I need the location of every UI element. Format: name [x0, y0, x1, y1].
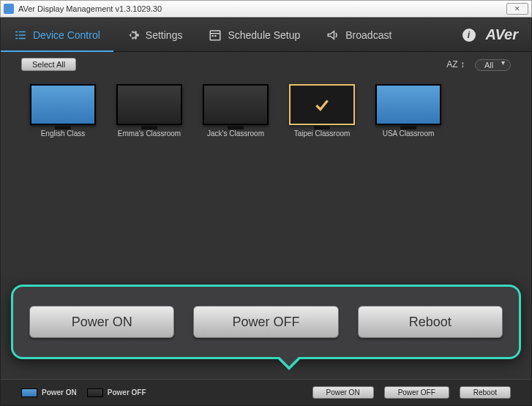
- device-grid: English ClassEmma's ClassroomJack's Clas…: [1, 71, 531, 151]
- svg-rect-9: [215, 35, 217, 37]
- device-label: Emma's Classroom: [118, 129, 181, 138]
- brand-logo: AVer: [486, 26, 518, 43]
- footer: Power ON Power OFF Power ON Power OFF Re…: [1, 379, 531, 405]
- reboot-button[interactable]: Reboot: [460, 386, 511, 399]
- nav-label: Device Control: [33, 29, 100, 41]
- device-tile[interactable]: Taipei Classroom: [289, 84, 355, 138]
- sort-az-icon[interactable]: AZ ↕: [446, 59, 465, 69]
- legend-power-on: Power ON: [21, 388, 77, 397]
- device-tile[interactable]: Jack's Classroom: [203, 84, 269, 138]
- nav-label: Broadcast: [345, 29, 391, 41]
- nav-broadcast[interactable]: Broadcast: [313, 18, 405, 51]
- power-on-big-button[interactable]: Power ON: [29, 306, 174, 338]
- svg-rect-5: [19, 37, 26, 39]
- top-nav: Device Control Settings Schedule Setup B…: [1, 18, 531, 52]
- monitor-icon: [30, 84, 96, 125]
- device-tile[interactable]: USA Classroom: [375, 84, 441, 138]
- toolbar: Select All AZ ↕ All: [1, 52, 531, 71]
- callout-panel: Power ON Power OFF Reboot: [11, 285, 521, 359]
- svg-rect-8: [212, 35, 214, 37]
- swatch-off-icon: [87, 388, 103, 397]
- reboot-big-button[interactable]: Reboot: [358, 306, 503, 338]
- info-icon[interactable]: i: [462, 29, 476, 42]
- device-label: USA Classroom: [383, 129, 435, 138]
- legend-power-off: Power OFF: [87, 388, 146, 397]
- svg-rect-0: [15, 31, 18, 32]
- window-titlebar: AVer Display Management v1.3.1029.30 ✕: [0, 0, 532, 18]
- select-all-button[interactable]: Select All: [21, 58, 76, 71]
- device-label: Jack's Classroom: [207, 129, 264, 138]
- power-off-big-button[interactable]: Power OFF: [193, 306, 338, 338]
- power-on-button[interactable]: Power ON: [312, 386, 374, 399]
- svg-rect-4: [15, 37, 18, 39]
- filter-select[interactable]: All: [475, 59, 511, 71]
- legend-label: Power ON: [42, 388, 77, 396]
- app-icon: [4, 4, 14, 14]
- legend-label: Power OFF: [108, 388, 146, 396]
- device-label: English Class: [41, 129, 86, 138]
- svg-rect-2: [15, 34, 18, 36]
- monitor-icon: [203, 84, 269, 125]
- monitor-icon: [375, 84, 441, 125]
- device-tile[interactable]: Emma's Classroom: [116, 84, 182, 138]
- svg-rect-3: [19, 34, 26, 36]
- app-body: Device Control Settings Schedule Setup B…: [0, 18, 532, 406]
- svg-rect-1: [19, 31, 26, 32]
- nav-device-control[interactable]: Device Control: [1, 18, 113, 51]
- check-icon: [289, 84, 355, 125]
- list-icon: [14, 29, 27, 42]
- window-close-button[interactable]: ✕: [506, 3, 528, 15]
- window-title: AVer Display Management v1.3.1029.30: [18, 4, 162, 13]
- device-tile[interactable]: English Class: [30, 84, 96, 138]
- power-off-button[interactable]: Power OFF: [384, 386, 449, 399]
- nav-label: Schedule Setup: [228, 29, 300, 41]
- swatch-on-icon: [21, 388, 37, 397]
- nav-schedule[interactable]: Schedule Setup: [195, 18, 313, 51]
- calendar-icon: [209, 29, 222, 42]
- device-label: Taipei Classroom: [294, 129, 351, 138]
- gear-icon: [127, 29, 140, 42]
- nav-label: Settings: [146, 29, 183, 41]
- monitor-icon: [116, 84, 182, 125]
- nav-settings[interactable]: Settings: [113, 18, 196, 51]
- megaphone-icon: [326, 29, 340, 42]
